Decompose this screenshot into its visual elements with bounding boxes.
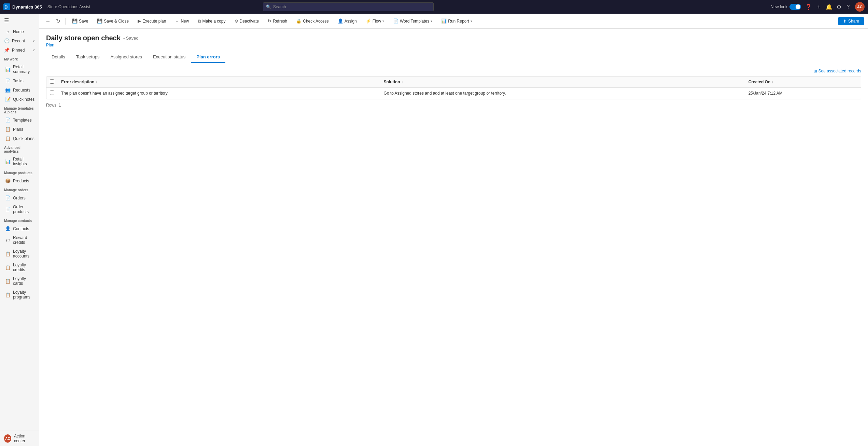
settings-icon[interactable]: ⚙ <box>837 4 841 10</box>
add-icon[interactable]: ＋ <box>816 3 822 11</box>
see-associated-button[interactable]: ⊞ See associated records <box>814 69 861 73</box>
sidebar-item-quick-notes[interactable]: 📝 Quick notes <box>0 95 39 104</box>
recent-label: Recent <box>12 39 25 43</box>
loyalty-credits-label: Loyalty credits <box>13 263 35 272</box>
recent-left: 🕐 Recent <box>4 38 25 43</box>
row-checkbox[interactable] <box>50 90 54 95</box>
check-access-button[interactable]: 🔒 Check Access <box>292 16 332 26</box>
make-copy-button[interactable]: ⧉ Make a copy <box>194 16 229 26</box>
flow-chevron: ▾ <box>382 19 384 23</box>
action-center[interactable]: AC Action center <box>0 431 39 446</box>
sidebar-item-retail-insights[interactable]: 📊 Retail insights <box>0 155 39 168</box>
header-checkbox[interactable] <box>50 79 54 84</box>
forward-button[interactable]: ↻ <box>54 17 62 26</box>
share-button[interactable]: ⬆ Share <box>838 17 864 25</box>
page-saved: - Saved <box>123 36 139 41</box>
see-associated-icon: ⊞ <box>814 69 817 73</box>
sidebar-item-pinned[interactable]: 📌 Pinned ∨ <box>0 45 39 55</box>
pinned-left: 📌 Pinned <box>4 47 25 53</box>
tab-assigned-stores[interactable]: Assigned stores <box>105 52 148 63</box>
sidebar-item-order-products[interactable]: 📄 Order products <box>0 203 39 216</box>
sidebar-item-templates[interactable]: 📄 Templates <box>0 115 39 125</box>
flow-button[interactable]: ⚡ Flow ▾ <box>362 16 388 26</box>
sidebar-item-plans[interactable]: 📋 Plans <box>0 125 39 134</box>
help-icon[interactable]: ❓ <box>805 4 812 10</box>
plans-icon: 📋 <box>5 127 11 132</box>
back-button[interactable]: ← <box>43 17 53 25</box>
make-copy-label: Make a copy <box>202 19 225 24</box>
solution-label: Solution <box>384 80 400 84</box>
sidebar-item-loyalty-accounts[interactable]: 📋 Loyalty accounts <box>0 247 39 261</box>
execute-plan-icon: ▶ <box>138 18 141 24</box>
sidebar-item-requests[interactable]: 👥 Requests <box>0 85 39 95</box>
save-button[interactable]: 💾 Save <box>68 16 92 26</box>
new-look-switch[interactable] <box>789 4 801 10</box>
sidebar-item-reward-credits[interactable]: 🏷 Reward credits <box>0 233 39 247</box>
tab-details[interactable]: Details <box>46 52 71 63</box>
created-on-label: Created On <box>748 80 771 84</box>
sidebar-item-orders[interactable]: 📄 Orders <box>0 193 39 203</box>
new-look-toggle[interactable]: New look <box>771 4 801 10</box>
retail-summary-icon: 📊 <box>5 67 11 72</box>
sidebar-item-label: Home <box>13 29 24 34</box>
header-created-on[interactable]: Created On ↓ <box>745 76 861 88</box>
sidebar-item-contacts[interactable]: 👤 Contacts <box>0 224 39 233</box>
deactivate-button[interactable]: ⊘ Deactivate <box>231 16 263 26</box>
page-title-row: Daily store open check - Saved <box>46 34 861 42</box>
notification-icon[interactable]: 🔔 <box>826 4 832 10</box>
header-solution[interactable]: Solution ↓ <box>380 76 745 88</box>
tab-execution-status[interactable]: Execution status <box>148 52 191 63</box>
table-row[interactable]: The plan doesn't have an assigned target… <box>46 88 861 99</box>
header-error-description[interactable]: Error description ↓ <box>58 76 380 88</box>
cmd-separator-1 <box>65 18 66 25</box>
loyalty-credits-icon: 📋 <box>5 265 11 270</box>
sidebar-item-loyalty-credits[interactable]: 📋 Loyalty credits <box>0 261 39 274</box>
tab-task-setups[interactable]: Task setups <box>71 52 105 63</box>
tab-plan-errors[interactable]: Plan errors <box>191 52 225 63</box>
dynamics-logo[interactable]: D Dynamics 365 <box>3 3 42 10</box>
sidebar-item-loyalty-cards[interactable]: 📋 Loyalty cards <box>0 274 39 288</box>
sidebar-item-retail-summary[interactable]: 📊 Retail summary <box>0 62 39 76</box>
main-layout: ☰ ⌂ Home 🕐 Recent ∨ 📌 Pinned ∨ My work 📊… <box>0 14 868 446</box>
manage-products-section: Manage products <box>0 168 39 176</box>
table-body: The plan doesn't have an assigned target… <box>46 88 861 99</box>
save-close-button[interactable]: 💾 Save & Close <box>93 16 132 26</box>
reward-credits-label: Reward credits <box>13 235 35 245</box>
topbar-right: New look ❓ ＋ 🔔 ⚙ ？ AC <box>771 2 865 12</box>
share-icon: ⬆ <box>843 19 846 24</box>
run-report-icon: 📊 <box>441 18 447 24</box>
rows-count: Rows: 1 <box>46 103 861 108</box>
order-products-label: Order products <box>13 205 35 214</box>
refresh-button[interactable]: ↻ Refresh <box>264 16 291 26</box>
table-header: Error description ↓ Solution ↓ <box>46 76 861 88</box>
assign-button[interactable]: 👤 Assign <box>334 16 361 26</box>
quick-plans-icon: 📋 <box>5 136 11 141</box>
search-input[interactable] <box>273 4 431 9</box>
search-bar[interactable]: 🔍 <box>263 2 434 11</box>
loyalty-programs-icon: 📋 <box>5 292 11 297</box>
sidebar-item-home[interactable]: ⌂ Home <box>0 27 39 36</box>
sidebar: ☰ ⌂ Home 🕐 Recent ∨ 📌 Pinned ∨ My work 📊… <box>0 14 39 446</box>
run-report-button[interactable]: 📊 Run Report ▾ <box>437 16 476 26</box>
new-button[interactable]: ＋ New <box>171 16 193 26</box>
question-icon[interactable]: ？ <box>845 3 851 11</box>
sidebar-item-loyalty-programs[interactable]: 📋 Loyalty programs <box>0 288 39 302</box>
sidebar-item-recent[interactable]: 🕐 Recent ∨ <box>0 36 39 45</box>
loyalty-accounts-icon: 📋 <box>5 251 11 256</box>
page-header: Daily store open check - Saved Plan <box>39 29 868 47</box>
sidebar-item-products[interactable]: 📦 Products <box>0 176 39 185</box>
user-avatar[interactable]: AC <box>855 2 865 12</box>
word-templates-button[interactable]: 📄 Word Templates ▾ <box>389 16 436 26</box>
quick-notes-label: Quick notes <box>13 97 34 102</box>
breadcrumb[interactable]: Plan <box>46 43 861 47</box>
sidebar-item-tasks[interactable]: 📄 Tasks <box>0 76 39 85</box>
search-icon: 🔍 <box>266 4 271 9</box>
hamburger-menu[interactable]: ☰ <box>0 14 39 27</box>
loyalty-accounts-label: Loyalty accounts <box>13 249 35 259</box>
execute-plan-button[interactable]: ▶ Execute plan <box>134 16 170 26</box>
table-container: Error description ↓ Solution ↓ <box>46 76 861 99</box>
deactivate-label: Deactivate <box>240 19 259 24</box>
header-checkbox-cell <box>46 76 58 88</box>
sidebar-item-quick-plans[interactable]: 📋 Quick plans <box>0 134 39 143</box>
flow-icon: ⚡ <box>366 18 371 24</box>
